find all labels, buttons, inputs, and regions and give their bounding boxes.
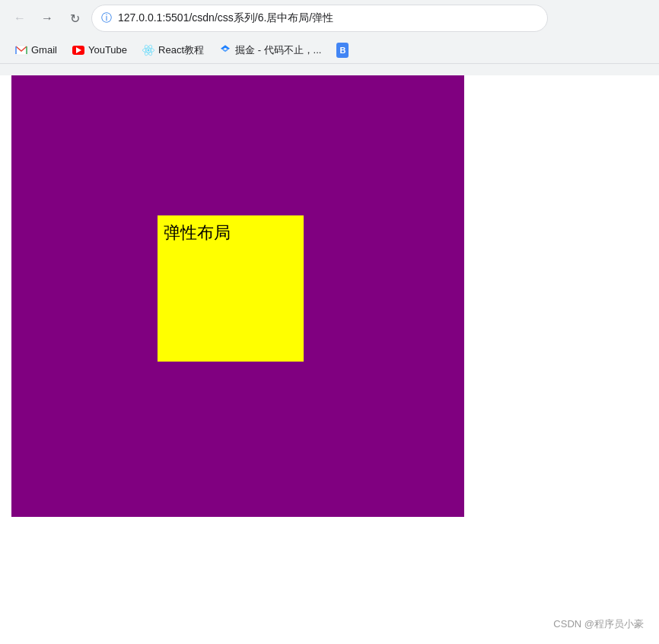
- demo-container: 弹性布局: [11, 75, 464, 517]
- browser-chrome: ← → ↻ ⓘ 127.0.0.1:5501/csdn/css系列/6.居中布局…: [0, 0, 659, 64]
- bookmark-youtube[interactable]: YouTube: [66, 41, 133, 59]
- youtube-label: YouTube: [88, 44, 127, 56]
- address-text: 127.0.0.1:5501/csdn/css系列/6.居中布局/弹性: [118, 11, 333, 25]
- back-button[interactable]: ←: [9, 8, 30, 29]
- footer-note: CSDN @程序员小豪: [553, 617, 644, 631]
- juejin-icon: [219, 44, 231, 56]
- info-icon: ⓘ: [101, 11, 112, 25]
- svg-point-1: [148, 49, 150, 51]
- gmail-icon: [15, 44, 27, 56]
- bookmark-juejin[interactable]: 掘金 - 代码不止，...: [213, 40, 327, 60]
- nav-bar: ← → ↻ ⓘ 127.0.0.1:5501/csdn/css系列/6.居中布局…: [0, 0, 659, 37]
- bookmark-extra[interactable]: B: [330, 41, 355, 59]
- bookmarks-bar: Gmail YouTube: [0, 37, 659, 64]
- gmail-label: Gmail: [31, 44, 57, 56]
- yellow-box: 弹性布局: [158, 215, 304, 362]
- reload-icon: ↻: [70, 11, 80, 26]
- page-wrapper: 弹性布局 CSDN @程序员小豪: [0, 75, 659, 644]
- extra-icon: B: [336, 44, 349, 56]
- react-label: React教程: [158, 43, 204, 57]
- box-text: 弹性布局: [164, 222, 231, 244]
- back-icon: ←: [14, 11, 26, 25]
- forward-button[interactable]: →: [37, 8, 58, 29]
- bookmark-gmail[interactable]: Gmail: [9, 41, 63, 59]
- page-content: 弹性布局: [0, 75, 659, 517]
- reload-button[interactable]: ↻: [64, 8, 85, 29]
- bookmark-react[interactable]: React教程: [136, 40, 210, 60]
- youtube-icon: [72, 44, 84, 56]
- react-icon: [142, 44, 154, 56]
- address-bar[interactable]: ⓘ 127.0.0.1:5501/csdn/css系列/6.居中布局/弹性: [91, 5, 548, 32]
- juejin-label: 掘金 - 代码不止，...: [235, 43, 321, 57]
- forward-icon: →: [41, 11, 53, 25]
